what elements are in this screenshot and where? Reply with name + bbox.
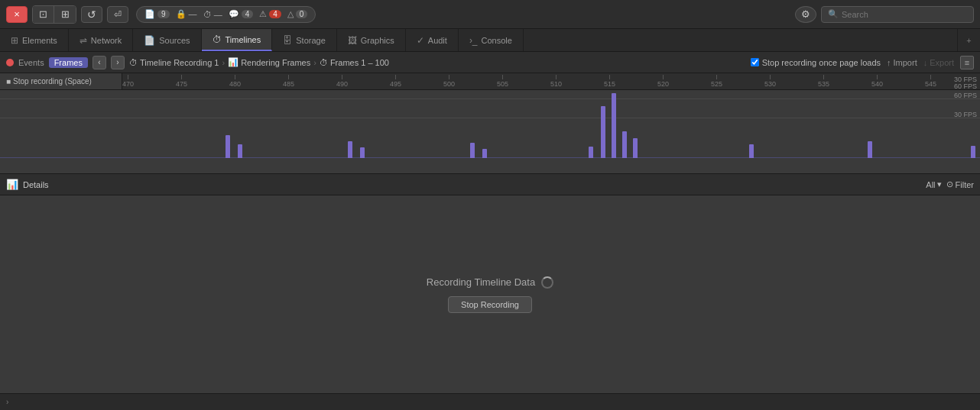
elements-icon: ⊞ — [11, 35, 18, 46]
errors-indicator: ⚠ 4 — [259, 9, 281, 19]
chart-bar — [601, 106, 605, 158]
timelines-icon: ⏱ — [213, 34, 222, 45]
tick-480: 480 — [229, 75, 241, 88]
all-dropdown[interactable]: All ▾ — [926, 179, 941, 189]
frames-icon: ⏱ — [320, 58, 328, 67]
tab-sources-label: Sources — [159, 36, 190, 45]
tab-sources[interactable]: 📄 Sources — [133, 29, 201, 51]
search-placeholder: Search — [842, 10, 868, 19]
back-button[interactable]: ⏎ — [107, 6, 128, 23]
tick-515: 515 — [604, 75, 615, 88]
sources-icon: 📄 — [144, 35, 155, 46]
chart-bar — [226, 135, 230, 158]
stop-once-loads-checkbox[interactable]: Stop recording once page loads — [751, 58, 881, 67]
security-indicator: 🔒 — — [176, 9, 197, 19]
import-button[interactable]: ↑ Import — [887, 58, 917, 67]
tick-545: 545 — [925, 75, 936, 88]
audit-icon: ✓ — [417, 35, 424, 46]
events-label: Events — [18, 58, 44, 67]
search-box[interactable]: 🔍 Search — [821, 6, 974, 23]
main-toolbar: × ⊡ ⊞ ↺ ⏎ 📄 9 🔒 — ⏱ — 💬 4 ⚠ 4 △ 0 ⚙ 🔍 Se… — [0, 0, 980, 29]
console-icon: ›_ — [469, 35, 478, 46]
details-title: Details — [23, 180, 49, 189]
chart-bar — [589, 147, 593, 158]
tick-500: 500 — [443, 75, 455, 88]
chart-bar — [633, 138, 638, 158]
add-tab-button[interactable]: + — [957, 29, 980, 51]
next-button[interactable]: › — [111, 56, 125, 69]
sub-toolbar-right: Stop recording once page loads ↑ Import … — [751, 56, 974, 69]
bottom-bar: › — [0, 393, 980, 410]
tick-505: 505 — [497, 75, 508, 88]
chart-bar — [348, 141, 352, 158]
layout-button-group: ⊡ ⊞ — [32, 5, 76, 24]
ruler-ticks: 470 475 480 485 490 495 500 505 510 515 … — [122, 73, 980, 89]
tab-elements[interactable]: ⊞ Elements — [0, 29, 69, 51]
timeline-icon: ⏱ — [129, 58, 138, 67]
warnings-indicator: △ 0 — [287, 9, 308, 19]
messages-indicator: 💬 4 — [229, 9, 254, 19]
search-icon: 🔍 — [828, 9, 839, 19]
nav-pills: 📄 9 🔒 — ⏱ — 💬 4 ⚠ 4 △ 0 — [136, 6, 316, 23]
breadcrumb-sep-1: › — [222, 58, 225, 67]
tab-timelines-label: Timelines — [226, 35, 261, 44]
fps-60-line-label: 60 FPS — [954, 92, 977, 99]
layout-button-2[interactable]: ⊞ — [54, 6, 76, 23]
timeline-chart: 30 FPS 60 FPS — [0, 90, 980, 174]
console-expand-button[interactable]: › — [6, 398, 8, 406]
tick-495: 495 — [390, 75, 401, 88]
chart-bar — [238, 144, 242, 158]
rendering-icon: 📊 — [228, 57, 239, 67]
loading-spinner — [541, 276, 553, 289]
graphics-icon: 🖼 — [348, 35, 357, 46]
layout-button-1[interactable]: ⊡ — [33, 6, 54, 23]
pages-indicator: 📄 9 — [144, 9, 170, 19]
timeline-options-button[interactable]: ≡ — [960, 56, 974, 69]
tab-console-label: Console — [482, 36, 512, 45]
filter-button[interactable]: ⊙ Filter — [946, 179, 974, 189]
tick-525: 525 — [711, 75, 722, 88]
recording-area: Recording Timeline Data Stop Recording — [0, 195, 980, 393]
stop-icon: ■ — [6, 77, 11, 86]
warnings-badge: 0 — [296, 10, 308, 18]
fps-30-line-label: 30 FPS — [954, 111, 977, 118]
prev-button[interactable]: ‹ — [92, 56, 106, 69]
breadcrumb-item-2: 📊 Rendering Frames — [228, 57, 310, 67]
tab-bar: ⊞ Elements ⇌ Network 📄 Sources ⏱ Timelin… — [0, 29, 980, 52]
tab-audit-label: Audit — [428, 36, 447, 45]
reload-button[interactable]: ↺ — [81, 6, 102, 23]
tick-530: 530 — [764, 75, 776, 88]
frames-tab[interactable]: Frames — [49, 57, 88, 68]
fps-30-line — [0, 118, 980, 118]
sub-toolbar: Events Frames ‹ › ⏱ Timeline Recording 1… — [0, 52, 980, 73]
tick-535: 535 — [818, 75, 829, 88]
chart-bar — [749, 144, 754, 158]
chart-bar — [622, 131, 627, 158]
recording-text: Recording Timeline Data — [427, 276, 553, 289]
chart-bar — [360, 147, 365, 158]
tab-network[interactable]: ⇌ Network — [69, 29, 133, 51]
breadcrumb: ⏱ Timeline Recording 1 › 📊 Rendering Fra… — [129, 57, 389, 67]
tab-timelines[interactable]: ⏱ Timelines — [202, 29, 273, 51]
tab-graphics[interactable]: 🖼 Graphics — [337, 29, 406, 51]
chart-bar — [868, 141, 872, 158]
chart-bar — [470, 143, 475, 158]
breadcrumb-item-3: ⏱ Frames 1 – 100 — [320, 58, 389, 67]
tick-475: 475 — [176, 75, 187, 88]
tab-storage-label: Storage — [296, 36, 326, 45]
stop-recording-button[interactable]: Stop Recording — [448, 296, 532, 313]
import-icon: ↑ — [887, 58, 891, 67]
tick-490: 490 — [336, 75, 348, 88]
export-button[interactable]: ↓ Export — [923, 58, 954, 67]
tab-network-label: Network — [91, 36, 122, 45]
breadcrumb-item-1: ⏱ Timeline Recording 1 — [129, 58, 219, 67]
tab-console[interactable]: ›_ Console — [459, 29, 524, 51]
tab-audit[interactable]: ✓ Audit — [406, 29, 459, 51]
pages-badge: 9 — [157, 10, 170, 18]
close-button[interactable]: × — [6, 6, 28, 23]
messages-badge: 4 — [242, 10, 254, 18]
stop-once-loads-input[interactable] — [751, 58, 759, 66]
tab-storage[interactable]: 🗄 Storage — [272, 29, 337, 51]
network-icon: ⇌ — [80, 35, 87, 46]
settings-button[interactable]: ⚙ — [795, 6, 816, 23]
